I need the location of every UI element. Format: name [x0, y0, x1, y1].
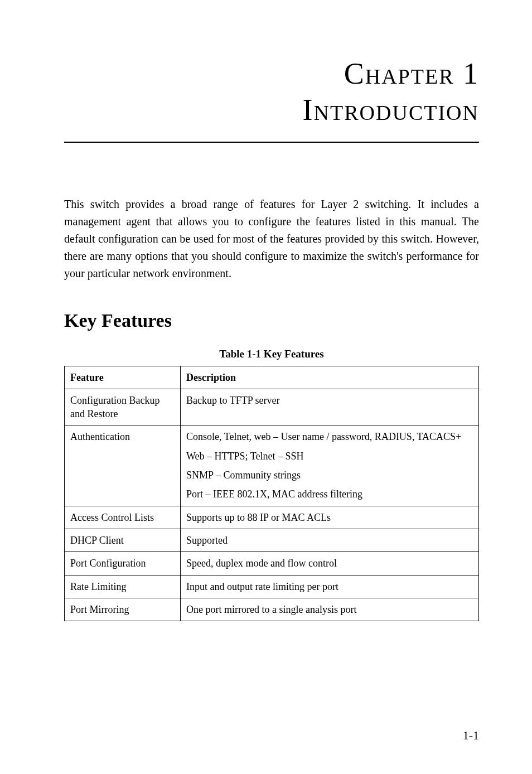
cell-feature: Rate Limiting	[65, 575, 181, 598]
cell-feature: DHCP Client	[65, 529, 181, 552]
table-row: Port Configuration Speed, duplex mode an…	[65, 552, 479, 575]
chapter-number: Chapter 1	[64, 56, 479, 92]
table-row: Rate Limiting Input and output rate limi…	[65, 575, 479, 598]
chapter-heading: Chapter 1 Introduction	[64, 56, 479, 128]
table-header-row: Feature Description	[65, 366, 479, 389]
intro-paragraph: This switch provides a broad range of fe…	[64, 196, 479, 282]
table-row: Authentication Console, Telnet, web – Us…	[65, 425, 479, 506]
auth-line: Console, Telnet, web – User name / passw…	[186, 430, 473, 443]
page-number: 1-1	[463, 728, 479, 743]
cell-feature: Port Mirroring	[65, 598, 181, 621]
cell-description: Input and output rate limiting per port	[181, 575, 479, 598]
column-header-description: Description	[181, 366, 479, 389]
table-row: Configuration Backup and Restore Backup …	[65, 389, 479, 425]
column-header-feature: Feature	[65, 366, 181, 389]
key-features-table: Feature Description Configuration Backup…	[64, 366, 479, 622]
table-row: DHCP Client Supported	[65, 529, 479, 552]
cell-description: Backup to TFTP server	[181, 389, 479, 425]
cell-description: Supports up to 88 IP or MAC ACLs	[181, 506, 479, 529]
chapter-title: Introduction	[64, 92, 479, 128]
cell-description: Supported	[181, 529, 479, 552]
table-row: Port Mirroring One port mirrored to a si…	[65, 598, 479, 621]
auth-line: Web – HTTPS; Telnet – SSH	[186, 449, 473, 463]
table-caption: Table 1-1 Key Features	[64, 348, 479, 360]
cell-feature: Configuration Backup and Restore	[65, 389, 181, 425]
cell-description: One port mirrored to a single analysis p…	[181, 598, 479, 621]
cell-feature: Authentication	[65, 425, 181, 506]
table-row: Access Control Lists Supports up to 88 I…	[65, 506, 479, 529]
cell-feature: Access Control Lists	[65, 506, 181, 529]
cell-description: Console, Telnet, web – User name / passw…	[181, 425, 479, 506]
section-heading: Key Features	[64, 310, 479, 331]
cell-description: Speed, duplex mode and flow control	[181, 552, 479, 575]
section-divider	[64, 142, 479, 143]
auth-line: SNMP – Community strings	[186, 468, 473, 482]
cell-feature: Port Configuration	[65, 552, 181, 575]
auth-line: Port – IEEE 802.1X, MAC address filterin…	[186, 487, 473, 501]
